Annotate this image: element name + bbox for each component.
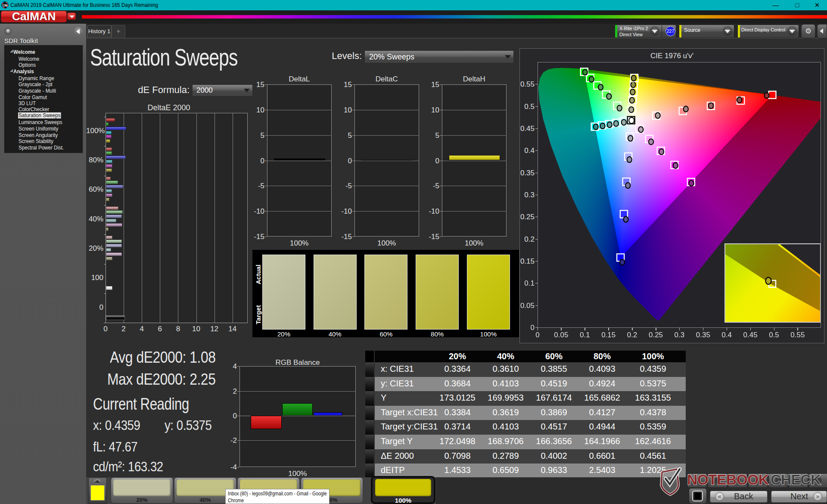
svg-text:NOTEBOOK: NOTEBOOK — [687, 472, 769, 488]
svg-text:CM: CM — [3, 3, 8, 7]
svg-text:CHECK: CHECK — [771, 472, 821, 488]
